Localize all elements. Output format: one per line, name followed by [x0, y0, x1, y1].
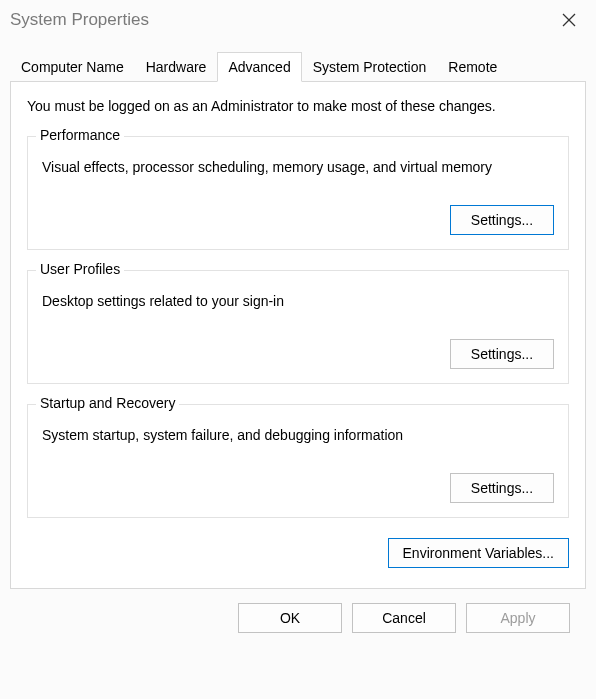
group-startup-recovery-desc: System startup, system failure, and debu…: [42, 427, 554, 443]
group-user-profiles-button-row: Settings...: [42, 339, 554, 369]
titlebar: System Properties: [0, 0, 596, 40]
group-startup-recovery-legend: Startup and Recovery: [36, 395, 179, 411]
group-performance-button-row: Settings...: [42, 205, 554, 235]
tab-panel-advanced: You must be logged on as an Administrato…: [10, 82, 586, 589]
tab-advanced[interactable]: Advanced: [217, 52, 301, 82]
intro-text: You must be logged on as an Administrato…: [27, 98, 569, 114]
tab-system-protection[interactable]: System Protection: [302, 52, 438, 81]
group-startup-recovery-button-row: Settings...: [42, 473, 554, 503]
startup-recovery-settings-button[interactable]: Settings...: [450, 473, 554, 503]
user-profiles-settings-button[interactable]: Settings...: [450, 339, 554, 369]
group-startup-recovery: Startup and Recovery System startup, sys…: [27, 404, 569, 518]
tab-computer-name[interactable]: Computer Name: [10, 52, 135, 81]
tab-strip: Computer Name Hardware Advanced System P…: [10, 52, 586, 82]
group-performance: Performance Visual effects, processor sc…: [27, 136, 569, 250]
apply-button[interactable]: Apply: [466, 603, 570, 633]
env-vars-row: Environment Variables...: [27, 538, 569, 568]
group-user-profiles-desc: Desktop settings related to your sign-in: [42, 293, 554, 309]
performance-settings-button[interactable]: Settings...: [450, 205, 554, 235]
dialog-button-row: OK Cancel Apply: [10, 589, 586, 647]
environment-variables-button[interactable]: Environment Variables...: [388, 538, 569, 568]
ok-button[interactable]: OK: [238, 603, 342, 633]
group-user-profiles-legend: User Profiles: [36, 261, 124, 277]
cancel-button[interactable]: Cancel: [352, 603, 456, 633]
content-area: Computer Name Hardware Advanced System P…: [0, 40, 596, 647]
tab-remote[interactable]: Remote: [437, 52, 508, 81]
window-title: System Properties: [10, 6, 149, 30]
close-icon[interactable]: [552, 6, 586, 34]
tab-hardware[interactable]: Hardware: [135, 52, 218, 81]
group-user-profiles: User Profiles Desktop settings related t…: [27, 270, 569, 384]
group-performance-legend: Performance: [36, 127, 124, 143]
group-performance-desc: Visual effects, processor scheduling, me…: [42, 159, 554, 175]
